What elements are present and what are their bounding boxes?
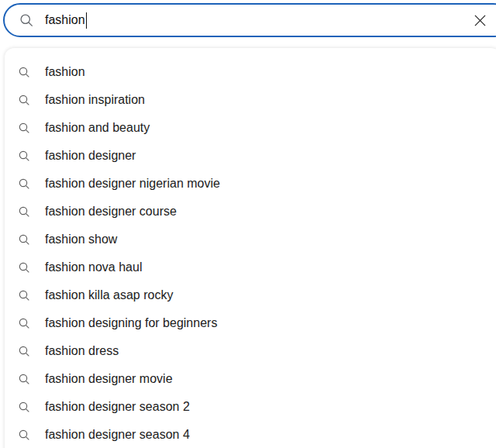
suggestion-item[interactable]: fashion designer bbox=[5, 142, 496, 170]
text-caret bbox=[86, 12, 88, 29]
suggestion-label: fashion designer movie bbox=[45, 372, 173, 386]
suggestion-item[interactable]: fashion designer season 4 bbox=[5, 421, 496, 448]
search-icon bbox=[18, 429, 30, 441]
suggestion-label: fashion killa asap rocky bbox=[45, 288, 173, 302]
suggestion-label: fashion inspiration bbox=[45, 93, 145, 107]
suggestion-label: fashion designer season 4 bbox=[45, 428, 190, 442]
suggestion-item[interactable]: fashion designer course bbox=[5, 198, 496, 226]
search-icon bbox=[18, 345, 30, 357]
close-icon bbox=[472, 12, 488, 29]
search-icon bbox=[18, 317, 30, 329]
search-icon bbox=[18, 177, 30, 190]
search-icon bbox=[18, 150, 30, 162]
suggestion-item[interactable]: fashion show bbox=[5, 226, 496, 253]
search-icon bbox=[18, 205, 30, 218]
search-icon bbox=[18, 289, 30, 302]
suggestion-label: fashion show bbox=[45, 233, 117, 246]
suggestion-item[interactable]: fashion designer season 2 bbox=[5, 393, 496, 421]
query-value: fashion bbox=[45, 13, 85, 27]
search-icon bbox=[18, 373, 30, 385]
suggestion-label: fashion designer season 2 bbox=[45, 400, 190, 414]
suggestion-item[interactable]: fashion designer nigerian movie bbox=[5, 170, 496, 198]
search-icon bbox=[18, 122, 30, 134]
suggestion-label: fashion dress bbox=[45, 344, 119, 358]
search-query-text[interactable]: fashion bbox=[45, 12, 87, 29]
clear-search-button[interactable] bbox=[470, 10, 490, 30]
search-icon bbox=[18, 401, 30, 413]
suggestions-dropdown: fashion fashion inspiration fashion and … bbox=[5, 48, 496, 448]
suggestion-item[interactable]: fashion designer movie bbox=[5, 365, 496, 393]
suggestion-item[interactable]: fashion and beauty bbox=[5, 114, 496, 142]
search-icon bbox=[18, 66, 30, 78]
suggestion-label: fashion nova haul bbox=[45, 260, 142, 274]
search-icon bbox=[19, 12, 34, 28]
suggestion-label: fashion designer nigerian movie bbox=[45, 177, 220, 191]
suggestion-item[interactable]: fashion killa asap rocky bbox=[5, 281, 496, 309]
suggestion-item[interactable]: fashion dress bbox=[5, 337, 496, 365]
suggestion-label: fashion and beauty bbox=[45, 121, 150, 135]
suggestion-item[interactable]: fashion bbox=[5, 58, 496, 86]
search-icon bbox=[18, 233, 30, 246]
suggestion-label: fashion designing for beginners bbox=[45, 316, 217, 330]
search-icon bbox=[18, 94, 30, 106]
suggestion-item[interactable]: fashion designing for beginners bbox=[5, 309, 496, 337]
suggestion-label: fashion bbox=[45, 65, 85, 79]
suggestion-label: fashion designer course bbox=[45, 205, 177, 219]
suggestion-item[interactable]: fashion nova haul bbox=[5, 253, 496, 281]
search-input[interactable]: fashion bbox=[3, 3, 496, 37]
suggestion-item[interactable]: fashion inspiration bbox=[5, 86, 496, 114]
search-suggestions-screen: fashion fashion bbox=[0, 0, 496, 448]
search-icon bbox=[18, 261, 30, 274]
suggestion-label: fashion designer bbox=[45, 149, 136, 163]
